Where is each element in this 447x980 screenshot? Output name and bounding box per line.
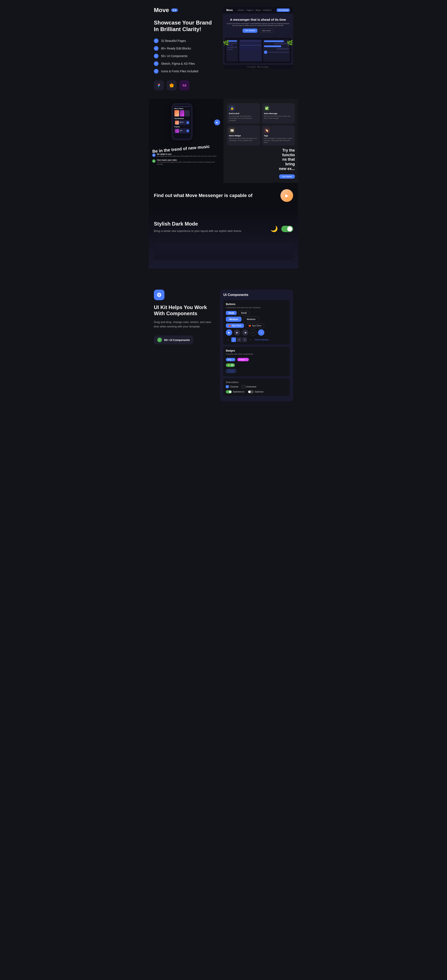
track-info: Track Artist bbox=[180, 130, 182, 132]
messenger-cta-button[interactable]: Get Started bbox=[243, 29, 257, 33]
music-panel: Most Listens Top Weekend Will Ser... 2MJ bbox=[149, 99, 224, 183]
hero-section: Move 1.1 Showcase Your Brand In Brillian… bbox=[149, 0, 298, 99]
nav-cta-button[interactable]: Get Started bbox=[277, 8, 290, 12]
toggles-row: Switched on Switched bbox=[226, 390, 287, 393]
popular-badge-row: Popular bbox=[226, 369, 287, 374]
small-blue-button[interactable]: Small bbox=[226, 311, 236, 315]
insight-message-label: Insight Message bbox=[223, 65, 293, 69]
news-icon: 📰 bbox=[229, 127, 235, 134]
messenger-ui-preview: 🌿 bbox=[225, 38, 291, 63]
xd-icon: Xd bbox=[179, 80, 190, 91]
play-icon-button[interactable]: ▶ bbox=[226, 329, 232, 336]
arrow-right-icon-button[interactable]: → bbox=[258, 329, 264, 336]
close-icon[interactable]: ✕ bbox=[232, 359, 234, 361]
apple-icon: 🍎 bbox=[249, 325, 251, 327]
play-button[interactable] bbox=[187, 121, 189, 124]
backward-icon-button[interactable]: ◀ bbox=[242, 329, 248, 336]
tool-icons-row: Xd bbox=[154, 80, 218, 91]
dark-mode-desc: Bring a whole new experience to your lay… bbox=[154, 229, 265, 232]
hero-left: Move 1.1 Showcase Your Brand In Brillian… bbox=[154, 7, 218, 91]
popular-badge: Popular bbox=[226, 369, 236, 373]
feature-item: ✓ Sketch, Figma & XD Files bbox=[154, 61, 218, 66]
nav-link[interactable]: Pages ▾ bbox=[247, 9, 254, 11]
ui-kit-section: UI Kit Helps You Work With Components Dr… bbox=[149, 281, 298, 410]
feature-card-desc: Place messages in existing chats or crea… bbox=[264, 137, 293, 143]
toggle-off-label: Switched bbox=[255, 391, 263, 393]
pagination-prev[interactable]: ‹ bbox=[226, 337, 230, 342]
leaf-decoration-right: 🌿 bbox=[287, 40, 293, 46]
track-item: Track Artist bbox=[174, 128, 190, 134]
nav-link[interactable]: Blog ▾ bbox=[255, 9, 261, 11]
point-title: Your music your rules bbox=[157, 159, 220, 161]
check-icon: ✓ bbox=[154, 54, 158, 58]
nav-link[interactable]: Portfolio ▾ bbox=[263, 9, 272, 11]
features-panel: 🔒 End-to-End Our messenger uses only pro… bbox=[224, 99, 298, 183]
dark-mode-section: Stylish Dark Mode Bring a whole new expe… bbox=[149, 208, 298, 269]
toggle-knob bbox=[229, 391, 231, 393]
messenger-preview-card: Move Home ▾ Pages ▾ Blog ▾ Portfolio ▾ G… bbox=[223, 7, 293, 69]
checked-checkbox[interactable]: ✓ bbox=[226, 385, 229, 388]
feature-item: ✓ 32 Beautiful Pages bbox=[154, 38, 218, 43]
music-points: ● We adapt to you We analyze your music … bbox=[152, 153, 220, 165]
pagination-next[interactable]: › bbox=[248, 337, 252, 342]
arrow-left-icon-button[interactable]: ← bbox=[250, 329, 256, 336]
pagination-page-2[interactable]: 2 bbox=[237, 337, 241, 342]
close-icon[interactable]: ✕ bbox=[246, 359, 247, 361]
point-desc: We analyze your music library and create… bbox=[157, 155, 217, 157]
feature-card-desc: Stay on top of the world's news right in… bbox=[229, 137, 258, 142]
find-opening-link[interactable]: Find an opening → bbox=[255, 339, 271, 341]
appstore-blue-button[interactable]: 🍎 App Store bbox=[226, 323, 244, 328]
pagination-page-1[interactable]: 1 bbox=[231, 337, 236, 342]
forward-icon-button[interactable]: ▶ bbox=[234, 329, 240, 336]
status-bar bbox=[174, 106, 190, 107]
nav-links: Home ▾ Pages ▾ Blog ▾ Portfolio ▾ bbox=[238, 9, 272, 11]
try-text: Try thefunctions thatbringnew ex... bbox=[227, 148, 295, 171]
messenger-buttons: Get Started View more bbox=[226, 29, 290, 33]
nav-link[interactable]: Home ▾ bbox=[238, 9, 244, 11]
features-cta-button[interactable]: Get Started bbox=[279, 174, 295, 179]
messenger-hero-content: A messenger that is ahead of its time Tr… bbox=[223, 14, 293, 38]
selectables-component: Selectables ✓ Checked Unchecked bbox=[223, 379, 290, 396]
badges-component: Badges Combine with other components Blo… bbox=[223, 347, 290, 376]
icon-buttons-row: ▶ ▶ ◀ ← → bbox=[226, 329, 287, 336]
find-text: Find out what Move Messenger is capable … bbox=[154, 193, 277, 198]
buttons-component: Buttons Component, text style and size v… bbox=[223, 300, 290, 345]
unchecked-label: Unchecked bbox=[246, 386, 256, 388]
unchecked-checkbox[interactable] bbox=[242, 385, 245, 388]
top-weekend-label: Top Weekend bbox=[174, 118, 190, 119]
feature-label: Sketch, Figma & XD Files bbox=[161, 62, 195, 65]
appstore-outline-label: App Store bbox=[252, 325, 262, 327]
check-icon: ✓ bbox=[154, 61, 158, 66]
pagination-page-3[interactable]: 3 bbox=[242, 337, 247, 342]
ui-kit-desc: Drag and drop, change color, stretch, an… bbox=[154, 320, 215, 329]
play-button[interactable] bbox=[187, 130, 189, 132]
ui-kit-title: UI Kit Helps You Work With Components bbox=[154, 304, 215, 317]
small-buttons-row: Small Small bbox=[226, 311, 287, 315]
dark-mode-toggle[interactable] bbox=[281, 226, 293, 232]
popular-label: Popular bbox=[174, 126, 190, 127]
point-title: We adapt to you bbox=[157, 153, 217, 155]
preview-message-list bbox=[239, 40, 262, 62]
counter-icon: ⚡ bbox=[228, 364, 230, 366]
medium-outline-button[interactable]: Medium bbox=[243, 317, 259, 322]
svg-rect-4 bbox=[158, 295, 160, 295]
leaf-decoration-left: 🌿 bbox=[223, 40, 229, 46]
dark-mode-title: Stylish Dark Mode bbox=[154, 221, 265, 227]
checkbox-checked-item: ✓ Checked bbox=[226, 385, 238, 388]
feature-card-desc: Our messenger uses only proven technolog… bbox=[229, 115, 258, 121]
feature-label: 32 Beautiful Pages bbox=[161, 39, 186, 43]
toggle-knob bbox=[287, 226, 292, 231]
medium-blue-button[interactable]: Medium bbox=[226, 317, 241, 322]
appstore-outline-button[interactable]: 🍎 App Store bbox=[246, 323, 264, 328]
feature-item: ✓ 80+ Ready Edit Blocks bbox=[154, 46, 218, 51]
feature-card-news: 📰 News Widget Stay on top of the world's… bbox=[227, 126, 260, 146]
toggle-off-item: Switched bbox=[248, 390, 263, 393]
music-headline: Be in the trend of new music bbox=[152, 143, 220, 154]
small-outline-button[interactable]: Small bbox=[238, 311, 249, 315]
nav-logo: Move bbox=[226, 9, 233, 12]
sidebar-bar bbox=[227, 47, 237, 48]
messenger-secondary-button[interactable]: View more bbox=[259, 29, 273, 33]
toggle-on[interactable] bbox=[226, 390, 232, 393]
toggle-off[interactable] bbox=[248, 390, 254, 393]
feature-list: ✓ 32 Beautiful Pages ✓ 80+ Ready Edit Bl… bbox=[154, 38, 218, 73]
